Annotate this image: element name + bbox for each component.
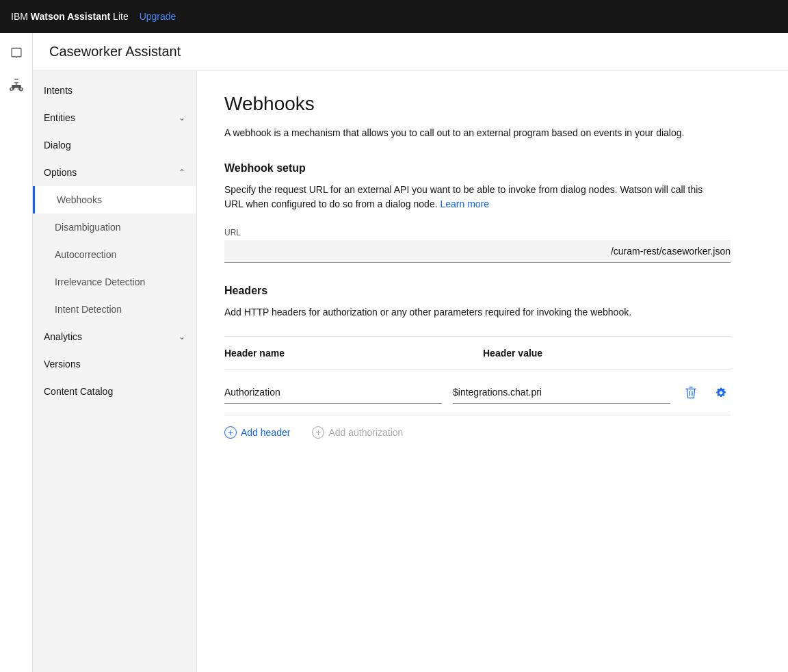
headers-top-divider bbox=[224, 336, 731, 337]
header-row-1 bbox=[224, 381, 731, 404]
content-split: Intents Entities ⌄ Dialog Options ⌃ Webh… bbox=[33, 71, 788, 672]
webhooks-description: A webhook is a mechanism that allows you… bbox=[224, 126, 717, 140]
chat-icon bbox=[10, 45, 23, 59]
headers-row-divider bbox=[224, 415, 731, 415]
sidebar-item-disambiguation[interactable]: Disambiguation bbox=[33, 214, 196, 241]
learn-more-link[interactable]: Learn more bbox=[440, 198, 489, 209]
webhooks-title: Webhooks bbox=[224, 93, 761, 115]
page-header: Caseworker Assistant bbox=[33, 33, 788, 71]
main-area: Caseworker Assistant Intents Entities ⌄ … bbox=[33, 33, 788, 672]
page-title: Caseworker Assistant bbox=[49, 44, 181, 60]
upgrade-link[interactable]: Upgrade bbox=[140, 11, 176, 22]
trash-icon bbox=[684, 386, 698, 400]
chevron-up-icon: ⌃ bbox=[179, 168, 185, 177]
add-authorization-icon: + bbox=[312, 426, 324, 439]
chat-icon-button[interactable] bbox=[5, 41, 27, 63]
headers-col-divider bbox=[224, 370, 731, 370]
settings-header-button-1[interactable] bbox=[711, 383, 731, 402]
sidebar-item-entities[interactable]: Entities ⌄ bbox=[33, 104, 196, 131]
sidebar-item-webhooks[interactable]: Webhooks bbox=[33, 186, 196, 214]
sidebar-item-dialog[interactable]: Dialog bbox=[33, 131, 196, 159]
col-header-value: Header value bbox=[483, 348, 731, 359]
sidebar-item-analytics[interactable]: Analytics ⌄ bbox=[33, 323, 196, 350]
sidebar-item-autocorrection[interactable]: Autocorrection bbox=[33, 241, 196, 268]
sidebar-nav: Intents Entities ⌄ Dialog Options ⌃ Webh… bbox=[33, 71, 197, 672]
icon-rail bbox=[0, 33, 33, 672]
sidebar-item-content-catalog[interactable]: Content Catalog bbox=[33, 378, 196, 405]
url-input[interactable] bbox=[224, 240, 731, 263]
diagram-icon-button[interactable] bbox=[5, 74, 27, 96]
topbar: IBM Watson Assistant Lite Upgrade bbox=[0, 0, 788, 33]
col-header-name: Header name bbox=[224, 348, 472, 359]
webhook-setup-description: Specify the request URL for an external … bbox=[224, 183, 717, 211]
add-authorization-link[interactable]: + Add authorization bbox=[312, 426, 403, 439]
sidebar-item-intent-detection[interactable]: Intent Detection bbox=[33, 296, 196, 323]
headers-section: Headers Add HTTP headers for authorizati… bbox=[224, 285, 761, 439]
settings-icon bbox=[714, 386, 728, 400]
sidebar-item-versions[interactable]: Versions bbox=[33, 350, 196, 378]
headers-title: Headers bbox=[224, 285, 761, 297]
webhook-setup-section: Webhook setup Specify the request URL fo… bbox=[224, 162, 761, 263]
delete-header-button-1[interactable] bbox=[681, 383, 700, 402]
action-links: + Add header + Add authorization bbox=[224, 426, 731, 439]
diagram-icon bbox=[10, 78, 23, 92]
url-field-wrapper: URL bbox=[224, 228, 731, 263]
main-content: Webhooks A webhook is a mechanism that a… bbox=[197, 71, 788, 672]
brand-name: IBM Watson Assistant Lite bbox=[11, 11, 129, 22]
header-value-input-1[interactable] bbox=[453, 381, 670, 404]
sidebar-item-irrelevance-detection[interactable]: Irrelevance Detection bbox=[33, 268, 196, 296]
add-header-icon: + bbox=[224, 426, 237, 439]
webhook-setup-title: Webhook setup bbox=[224, 162, 761, 175]
add-header-link[interactable]: + Add header bbox=[224, 426, 290, 439]
header-name-input-1[interactable] bbox=[224, 381, 442, 404]
headers-description: Add HTTP headers for authorization or an… bbox=[224, 305, 717, 320]
url-label: URL bbox=[224, 228, 731, 237]
chevron-down-icon-analytics: ⌄ bbox=[179, 332, 185, 341]
chevron-down-icon: ⌄ bbox=[179, 113, 185, 122]
table-header-row: Header name Header value bbox=[224, 348, 731, 359]
sidebar-item-options[interactable]: Options ⌃ bbox=[33, 159, 196, 186]
app-layout: Caseworker Assistant Intents Entities ⌄ … bbox=[0, 33, 788, 672]
sidebar-item-intents[interactable]: Intents bbox=[33, 77, 196, 104]
